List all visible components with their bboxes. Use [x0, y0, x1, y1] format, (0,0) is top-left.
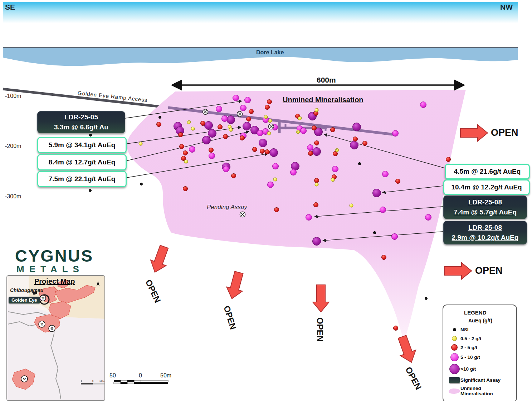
legend-item-low: 0.5 - 2 g/t — [448, 335, 512, 342]
high-grade-dot-icon — [450, 353, 459, 361]
assay-callout-ldr-25-08b: LDR-25-08 2.9m @ 10.2g/t AuEq — [443, 221, 527, 244]
scalebar-left-value: 50 — [109, 372, 116, 379]
drill-intercept-dot — [358, 163, 361, 165]
legend: LEGEND AuEq (g/t) NSI 0.5 - 2 g/t 2 - 5 … — [443, 305, 517, 401]
drill-intercept-dot — [205, 122, 213, 130]
drill-intercept-dot — [291, 162, 299, 170]
low-grade-dot-icon — [452, 336, 457, 341]
company-logo-metals: METALS — [16, 264, 84, 275]
sky-band — [3, 2, 518, 23]
map-town-label: Chibougamau — [10, 287, 43, 293]
drill-intercept-dot — [392, 130, 399, 137]
drill-intercept-dot — [264, 115, 268, 119]
assay-callout-ldr-25-05: LDR-25-05 3.3m @ 6.6g/t Au — [37, 111, 125, 133]
drill-intercept-dot — [216, 106, 222, 112]
assay-callout-10-4m: 10.4m @ 12.2g/t AuEq — [443, 179, 530, 195]
svg-text:10 km: 10 km — [99, 380, 104, 382]
drill-intercept-dot — [331, 128, 335, 132]
drill-intercept-dot — [313, 237, 321, 246]
callout-value: 4.5m @ 21.6g/t AuEq — [454, 168, 521, 175]
drill-intercept-dot — [382, 255, 386, 260]
drill-intercept-dot — [208, 129, 216, 138]
drill-intercept-dot — [265, 105, 270, 110]
svg-text:⚒: ⚒ — [50, 327, 54, 331]
drill-intercept-dot — [373, 189, 381, 197]
drill-intercept-dot — [308, 151, 313, 156]
section-direction-nw: NW — [500, 3, 513, 11]
drill-intercept-dot — [306, 214, 312, 221]
cross-section-figure: SE NW Dore Lake 600m Golden Eye Ramp Acc… — [0, 0, 532, 401]
drill-intercept-dot — [184, 160, 188, 163]
callout-value: 7.4m @ 5.7g/t AuEq — [454, 207, 517, 217]
legend-subtitle: AuEq (g/t) — [468, 318, 512, 323]
drill-intercept-dot — [350, 141, 358, 149]
callout-value: 2.9m @ 10.2g/t AuEq — [452, 233, 519, 243]
legend-item-nsi: NSI — [448, 326, 512, 333]
callout-title: LDR-25-08 — [468, 197, 502, 207]
drill-intercept-dot — [394, 326, 398, 331]
project-map-canvas: ⚒ ⚒ ⚒ ⚒ 0 5 10 km — [7, 276, 104, 400]
drill-intercept-dot — [180, 144, 184, 149]
open-arrow-right-upper — [460, 125, 488, 141]
drill-intercept-dot — [307, 145, 313, 151]
drill-intercept-dot — [314, 178, 319, 183]
svg-text:⚒: ⚒ — [42, 296, 45, 300]
drill-intercept-dot — [335, 148, 339, 152]
mid-grade-dot-icon — [451, 344, 458, 351]
project-map-inset: ⚒ ⚒ ⚒ ⚒ 0 5 10 km Project Map Chibougama… — [6, 275, 105, 401]
company-logo-cygnus: CYGNUS — [15, 246, 93, 266]
drill-intercept-dot — [314, 203, 318, 207]
scalebar-zero-value: 0 — [139, 372, 142, 379]
assay-callout-5-9m: 5.9m @ 34.1g/t AuEq — [37, 137, 127, 153]
drill-intercept-dot — [240, 105, 247, 111]
assay-callout-8-4m: 8.4m @ 12.7g/t AuEq — [37, 154, 127, 170]
drill-intercept-dot — [312, 126, 317, 130]
drill-intercept-dot — [139, 142, 142, 145]
drill-intercept-dot — [374, 232, 376, 234]
drill-intercept-dot — [201, 121, 205, 126]
drill-intercept-dot — [89, 189, 92, 192]
drill-intercept-dot — [222, 116, 228, 122]
open-arrow-down-left1 — [147, 244, 172, 275]
pending-assay-icon — [203, 109, 208, 115]
drill-intercept-dot — [259, 139, 267, 147]
unmined-mineralisation-swatch — [449, 388, 460, 394]
golden-eye-badge: Golden Eye — [9, 297, 40, 303]
callout-value: 7.5m @ 22.1g/t AuEq — [49, 175, 116, 183]
legend-item-significant-assay: Significant Assay — [448, 377, 512, 383]
drill-intercept-dot — [267, 132, 271, 135]
depth-label-200: -200m — [5, 143, 21, 149]
scalebar-right-value: 50m — [160, 372, 171, 379]
drill-intercept-dot — [240, 136, 245, 140]
drill-intercept-dot — [187, 120, 191, 124]
legend-item-high: 5 - 10 g/t — [448, 353, 512, 361]
unmined-mineralisation-label: Unmined Mineralisation — [283, 96, 363, 104]
assay-callout-4-5m: 4.5m @ 21.6g/t AuEq — [445, 164, 530, 179]
drill-intercept-dot — [209, 148, 214, 153]
drill-intercept-dot — [298, 117, 302, 120]
drill-intercept-dot — [353, 137, 358, 142]
depth-label-100: -100m — [5, 93, 21, 99]
drill-intercept-dot — [191, 127, 195, 130]
drill-intercept-dot — [257, 130, 263, 136]
assay-callout-7-5m: 7.5m @ 22.1g/t AuEq — [37, 171, 127, 187]
open-arrow-right-lower — [444, 263, 472, 279]
drill-intercept-dot — [314, 141, 319, 145]
drill-intercept-dot — [265, 150, 270, 154]
drill-intercept-dot — [380, 207, 386, 213]
drill-intercept-dot — [229, 128, 233, 132]
drill-intercept-dot — [273, 178, 277, 181]
legend-item-veryhigh: >10 g/t — [448, 364, 512, 374]
drill-intercept-dot — [249, 109, 254, 114]
drill-intercept-dot — [313, 148, 321, 156]
pending-assay-label: Pending Assay — [207, 204, 247, 211]
drill-intercept-dot — [223, 166, 229, 172]
drill-intercept-dot — [157, 122, 161, 127]
drill-intercept-dot — [267, 100, 272, 104]
drill-intercept-dot — [227, 116, 235, 124]
drill-intercept-dot — [274, 208, 279, 212]
drill-intercept-dot — [89, 134, 92, 137]
callout-value: 10.4m @ 12.2g/t AuEq — [451, 183, 522, 191]
open-arrow-down-right — [394, 334, 419, 365]
section-direction-se: SE — [5, 3, 15, 11]
